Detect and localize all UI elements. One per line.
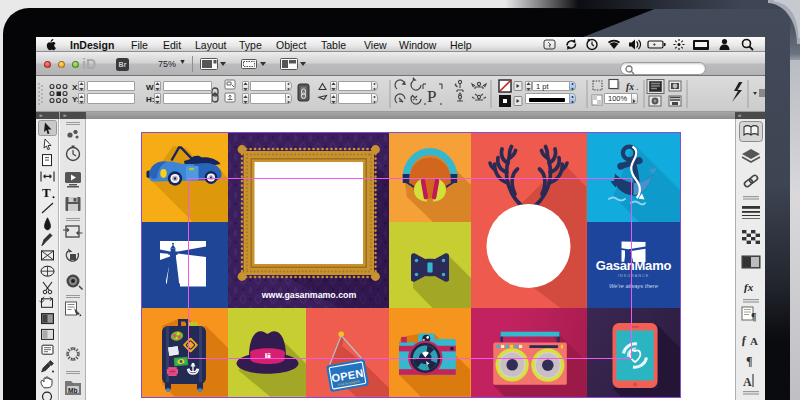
svg-text:.: . xyxy=(636,82,639,92)
svg-text:¶: ¶ xyxy=(751,311,756,322)
svg-text:A: A xyxy=(750,335,758,347)
svg-text:ƒ: ƒ xyxy=(741,333,747,347)
svg-text:¶: ¶ xyxy=(746,354,752,368)
svg-text:P: P xyxy=(427,87,436,106)
svg-text:A: A xyxy=(743,375,752,389)
svg-text:Mb: Mb xyxy=(68,387,77,394)
svg-text:fx: fx xyxy=(744,281,754,293)
svg-text:T: T xyxy=(42,185,51,200)
svg-text:fx: fx xyxy=(626,82,634,92)
